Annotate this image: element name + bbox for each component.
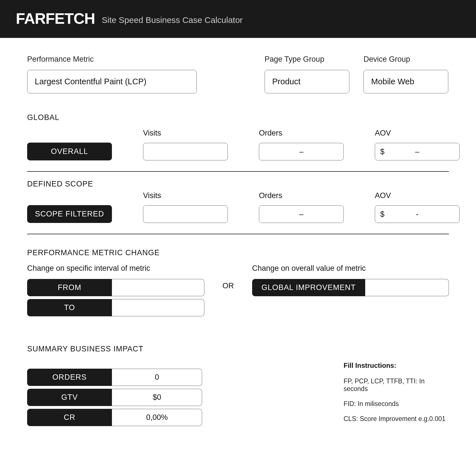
scope-aov-value: $ - [375, 205, 460, 223]
scope-aov-number: - [416, 210, 419, 219]
summary-cr-row: CR 0,00% [27, 409, 202, 426]
global-metrics: Visits Orders AOV OVERALL – $ – [27, 129, 449, 160]
summary-gtv-value: $0 [112, 389, 202, 406]
global-orders-value: – [259, 143, 344, 160]
summary-gtv-label: GTV [27, 389, 112, 406]
scope-orders-value: – [259, 205, 344, 223]
scope-visits-input[interactable] [143, 205, 228, 223]
main-content: Performance Metric Largest Contentful Pa… [0, 38, 476, 441]
fill-instructions: Fill Instructions: FP, PCP, LCP, TTFB, T… [343, 345, 449, 430]
change-row: Change on specific interval of metric FR… [27, 264, 449, 319]
column-header-visits: Visits [143, 129, 228, 138]
global-visits-input[interactable] [143, 143, 228, 160]
global-improvement-label: GLOBAL IMPROVEMENT [252, 279, 365, 296]
filter-row: Performance Metric Largest Contentful Pa… [27, 55, 449, 93]
to-input[interactable] [112, 299, 204, 316]
page-type-group-select[interactable]: Product [265, 70, 349, 93]
filter-page-type-group: Page Type Group Product [265, 55, 349, 93]
summary-cr-value: 0,00% [112, 409, 202, 426]
scope-metrics: Visits Orders AOV SCOPE FILTERED – $ - [27, 191, 449, 223]
instructions-line: FP, PCP, LCP, TTFB, TTI: In seconds [343, 377, 449, 393]
column-header-orders: Orders [259, 191, 344, 200]
divider [27, 171, 449, 172]
divider [27, 234, 449, 234]
from-row: FROM [27, 279, 204, 296]
filter-label: Page Type Group [265, 55, 349, 64]
or-separator: OR [204, 264, 252, 290]
instructions-line: FID: In miliseconds [343, 400, 449, 408]
filter-device-group: Device Group Mobile Web [364, 55, 448, 93]
instructions-line: CLS: Score Improvement e.g.0.001 [343, 415, 449, 423]
change-interval-column: Change on specific interval of metric FR… [27, 264, 204, 319]
summary-orders-label: ORDERS [27, 369, 112, 386]
column-header-visits: Visits [143, 191, 228, 200]
summary-heading: SUMMARY BUSINESS IMPACT [27, 345, 202, 353]
filter-label: Device Group [364, 55, 448, 64]
currency-prefix: $ [380, 147, 384, 156]
summary-cr-label: CR [27, 409, 112, 426]
filter-performance-metric: Performance Metric Largest Contentful Pa… [27, 55, 197, 93]
summary-orders-row: ORDERS 0 [27, 369, 202, 386]
summary-orders-value: 0 [112, 369, 202, 386]
instructions-title: Fill Instructions: [343, 362, 449, 370]
overall-label: Change on overall value of metric [252, 264, 449, 273]
column-header-aov: AOV [375, 129, 460, 138]
filter-label: Performance Metric [27, 55, 197, 64]
performance-metric-select[interactable]: Largest Contentful Paint (LCP) [27, 70, 197, 93]
from-input[interactable] [112, 279, 204, 296]
overall-row-label: OVERALL [27, 143, 112, 160]
to-label: TO [27, 299, 112, 316]
column-header-orders: Orders [259, 129, 344, 138]
global-improvement-row: GLOBAL IMPROVEMENT [252, 279, 449, 296]
brand-logo: FARFETCH [16, 11, 95, 26]
scope-row-label: SCOPE FILTERED [27, 205, 112, 223]
currency-prefix: $ [380, 210, 384, 219]
scope-heading: DEFINED SCOPE [27, 180, 449, 188]
app-header: FARFETCH Site Speed Business Case Calcul… [0, 0, 476, 38]
device-group-select[interactable]: Mobile Web [364, 70, 448, 93]
interval-label: Change on specific interval of metric [27, 264, 204, 273]
global-heading: GLOBAL [27, 113, 449, 122]
page-title: Site Speed Business Case Calculator [102, 15, 243, 26]
summary-gtv-row: GTV $0 [27, 389, 202, 406]
from-label: FROM [27, 279, 112, 296]
to-row: TO [27, 299, 204, 316]
change-overall-column: Change on overall value of metric GLOBAL… [252, 264, 449, 299]
global-aov-number: – [415, 147, 419, 156]
column-header-aov: AOV [375, 191, 460, 200]
global-aov-value: $ – [375, 143, 460, 160]
global-improvement-input[interactable] [365, 279, 449, 296]
summary-section: SUMMARY BUSINESS IMPACT ORDERS 0 GTV $0 … [27, 345, 449, 430]
change-heading: PERFORMANCE METRIC CHANGE [27, 248, 449, 257]
